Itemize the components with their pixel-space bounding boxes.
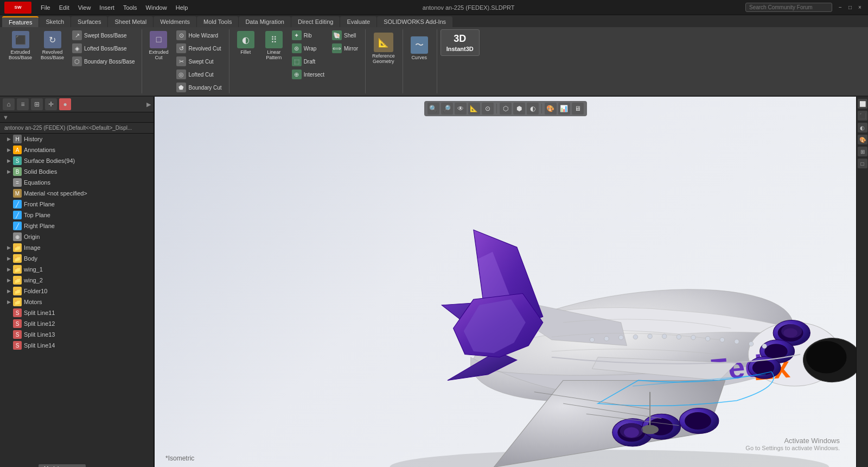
expand-arrow-0[interactable]: ▶ — [5, 136, 12, 142]
shell-button[interactable]: 🐚 Shell — [329, 29, 361, 41]
expand-arrow-4[interactable] — [5, 179, 12, 186]
expand-arrow-11[interactable]: ▶ — [5, 255, 12, 262]
mini-btn-6[interactable]: □ — [858, 159, 867, 168]
revolved-cut-button[interactable]: ↺ Revolved Cut — [174, 42, 224, 54]
menu-item-tools[interactable]: Tools — [119, 3, 141, 12]
panel-home-button[interactable]: ⌂ — [3, 98, 15, 110]
expand-arrow-17[interactable] — [5, 320, 12, 327]
view-tool-4[interactable]: ⊙ — [482, 103, 494, 115]
tree-item-3[interactable]: ▶BSolid Bodies — [0, 166, 154, 177]
maximize-button[interactable]: □ — [846, 4, 854, 11]
draft-button[interactable]: ⬚ Draft — [289, 55, 327, 67]
expand-arrow-16[interactable] — [5, 310, 12, 316]
panel-compass-button[interactable]: ✛ — [45, 98, 57, 110]
tree-item-4[interactable]: =Equations — [0, 177, 154, 188]
tree-item-9[interactable]: ⊕Origin — [0, 231, 154, 242]
extruded-boss-button[interactable]: ⬛ ExtrudedBoss/Base — [5, 29, 35, 62]
menu-item-view[interactable]: View — [74, 3, 95, 12]
tree-item-14[interactable]: ▶📁Folder10 — [0, 286, 154, 296]
rib-button[interactable]: ✦ Rib — [289, 29, 327, 41]
revolved-boss-button[interactable]: ↻ RevolvedBoss/Base — [37, 29, 67, 62]
tree-item-19[interactable]: SSplit Line14 — [0, 340, 154, 351]
curves-button[interactable]: 〜 Curves — [406, 29, 432, 67]
fillet-button[interactable]: ◐ Fillet — [233, 29, 259, 56]
menu-item-insert[interactable]: Insert — [95, 3, 118, 12]
ribbon-tab-solidworks-add-ins[interactable]: SOLIDWORKS Add-Ins — [377, 16, 452, 27]
hole-wizard-button[interactable]: ⊙ Hole Wizard — [174, 29, 224, 41]
panel-tree-button[interactable]: ⊞ — [31, 98, 43, 110]
tree-item-1[interactable]: ▶AAnnotations — [0, 144, 154, 155]
mini-btn-1[interactable]: ⬜ — [858, 99, 867, 109]
instant3d-button[interactable]: 3D Instant3D — [441, 29, 480, 56]
tree-item-17[interactable]: SSplit Line12 — [0, 318, 154, 329]
tree-item-0[interactable]: ▶HHistory — [0, 134, 154, 144]
panel-color-button[interactable]: ● — [59, 98, 71, 110]
tree-item-10[interactable]: ▶📁Image — [0, 242, 154, 253]
tree-item-13[interactable]: ▶📁wing_2 — [0, 275, 154, 286]
tree-item-6[interactable]: ╱Front Plane — [0, 199, 154, 210]
mini-btn-3[interactable]: ◐ — [858, 123, 867, 132]
view-tool-6[interactable]: ⬢ — [513, 103, 525, 115]
expand-arrow-13[interactable]: ▶ — [5, 277, 12, 283]
mini-btn-5[interactable]: ⊞ — [858, 147, 867, 156]
swept-cut-button[interactable]: ✂ Swept Cut — [174, 55, 224, 67]
ribbon-tab-features[interactable]: Features — [2, 16, 39, 27]
intersect-button[interactable]: ⊕ Intersect — [289, 68, 327, 80]
expand-arrow-14[interactable]: ▶ — [5, 288, 12, 294]
view-tool-7[interactable]: ◐ — [527, 103, 539, 115]
view-tool-10[interactable]: 🖥 — [572, 103, 584, 115]
expand-arrow-2[interactable]: ▶ — [5, 157, 12, 164]
panel-list-button[interactable]: ≡ — [17, 98, 29, 110]
lofted-cut-button[interactable]: ◎ Lofted Cut — [174, 68, 224, 80]
expand-arrow-10[interactable]: ▶ — [5, 244, 12, 251]
tree-item-15[interactable]: ▶📁Motors — [0, 296, 154, 307]
linear-pattern-button[interactable]: ⠿ LinearPattern — [261, 29, 287, 62]
ribbon-tab-data-migration[interactable]: Data Migration — [239, 16, 291, 27]
mini-btn-2[interactable]: ⬛ — [858, 111, 867, 121]
tree-item-8[interactable]: ╱Right Plane — [0, 220, 154, 231]
community-search[interactable] — [745, 3, 832, 12]
expand-arrow-3[interactable]: ▶ — [5, 168, 12, 175]
expand-arrow-19[interactable] — [5, 342, 12, 349]
wrap-button[interactable]: ⊛ Wrap — [289, 42, 327, 54]
tree-item-16[interactable]: SSplit Line11 — [0, 307, 154, 318]
lofted-boss-button[interactable]: ◈ Lofted Boss/Base — [69, 42, 137, 54]
swept-boss-button[interactable]: ↗ Swept Boss/Base — [69, 29, 137, 41]
expand-arrow-7[interactable] — [5, 212, 12, 218]
tree-item-12[interactable]: ▶📁wing_1 — [0, 264, 154, 275]
minimize-button[interactable]: − — [837, 4, 844, 11]
tree-item-7[interactable]: ╱Top Plane — [0, 210, 154, 220]
ribbon-tab-weldments[interactable]: Weldments — [154, 16, 196, 27]
ribbon-tab-surfaces[interactable]: Surfaces — [71, 16, 107, 27]
tree-item-11[interactable]: ▶📁Body — [0, 253, 154, 264]
view-tool-8[interactable]: 🎨 — [545, 103, 557, 115]
expand-arrow-15[interactable]: ▶ — [5, 299, 12, 305]
ribbon-tab-mold-tools[interactable]: Mold Tools — [197, 16, 238, 27]
view-tool-5[interactable]: ⬡ — [500, 103, 512, 115]
expand-arrow-8[interactable] — [5, 223, 12, 229]
mirror-button[interactable]: ⟺ Mirror — [329, 42, 361, 54]
extruded-cut-button[interactable]: □ ExtrudedCut — [145, 29, 171, 62]
reference-geometry-button[interactable]: 📐 ReferenceGeometry — [369, 29, 398, 67]
view-tool-2[interactable]: 👁 — [455, 103, 467, 115]
menu-item-edit[interactable]: Edit — [55, 3, 73, 12]
tree-item-5[interactable]: MMaterial <not specified> — [0, 188, 154, 199]
boundary-boss-button[interactable]: ⬡ Boundary Boss/Base — [69, 55, 137, 67]
ribbon-tab-sheet-metal[interactable]: Sheet Metal — [108, 16, 153, 27]
expand-arrow-9[interactable] — [5, 234, 12, 240]
menu-item-help[interactable]: Help — [172, 3, 192, 12]
expand-arrow-1[interactable]: ▶ — [5, 147, 12, 153]
view-tool-0[interactable]: 🔍 — [427, 103, 439, 115]
menu-item-window[interactable]: Window — [142, 3, 171, 12]
menu-item-file[interactable]: File — [37, 3, 54, 12]
expand-arrow-5[interactable] — [5, 190, 12, 197]
ribbon-tab-evaluate[interactable]: Evaluate — [340, 16, 376, 27]
expand-arrow-12[interactable]: ▶ — [5, 266, 12, 273]
close-button[interactable]: × — [856, 4, 864, 11]
view-tool-1[interactable]: 🔎 — [441, 103, 453, 115]
panel-expand-button[interactable]: ▶ — [146, 101, 151, 108]
view-tool-3[interactable]: 📐 — [468, 103, 480, 115]
expand-arrow-18[interactable] — [5, 331, 12, 338]
tree-item-18[interactable]: SSplit Line13 — [0, 329, 154, 340]
ribbon-tab-direct-editing[interactable]: Direct Editing — [291, 16, 340, 27]
